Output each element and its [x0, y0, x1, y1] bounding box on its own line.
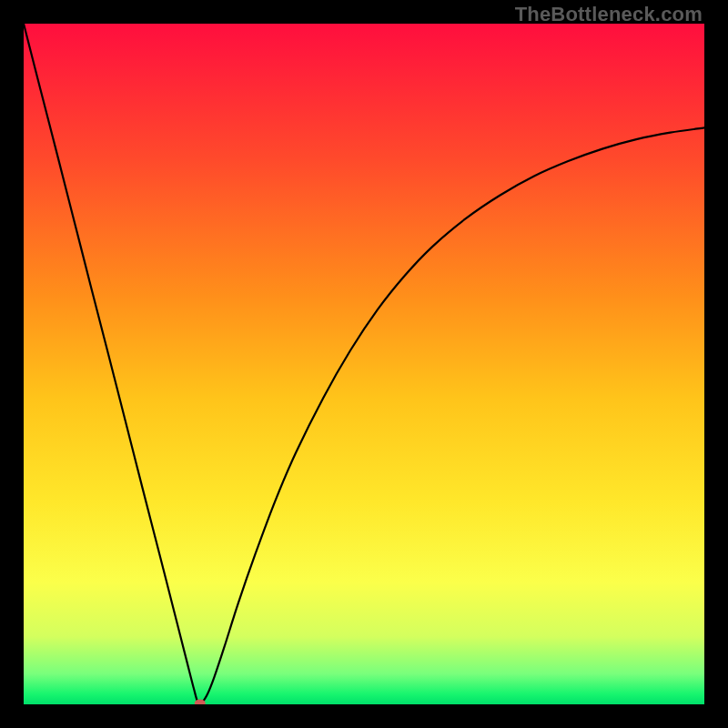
bottleneck-plot: [24, 24, 704, 704]
gradient-background: [24, 24, 704, 704]
chart-frame: [24, 24, 704, 704]
watermark-text: TheBottleneck.com: [515, 3, 703, 26]
